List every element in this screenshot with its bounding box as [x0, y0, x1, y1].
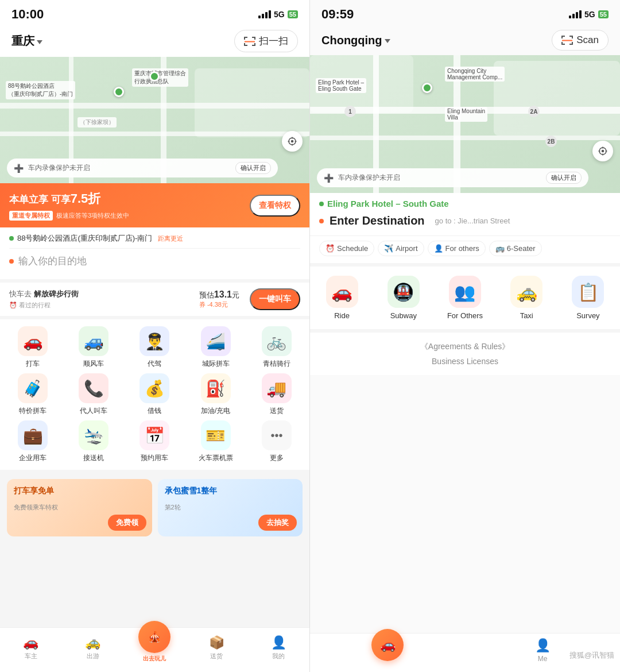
agreements-section: 《Agreements & Rules》 Business Licenses	[310, 329, 620, 375]
scan-button-left[interactable]: 扫一扫	[234, 30, 298, 52]
service-bike[interactable]: 🚲 青桔骑行	[249, 326, 305, 369]
map-left: 88号鹅岭公园酒店（重庆印制贰厂店）-南门 重庆市城市管理综合行政执法总队 （下…	[0, 57, 309, 183]
service-subway[interactable]: 🚇 Subway	[376, 276, 431, 320]
left-phone: 10:00 5G 55 重庆	[0, 0, 310, 672]
svg-rect-22	[569, 44, 573, 45]
service-airport[interactable]: 🛬 接送机	[65, 420, 122, 463]
center-nav-btn[interactable]: 🎪	[138, 621, 170, 653]
nav-item-center[interactable]: 🎪 出去玩儿	[124, 632, 186, 663]
subway-icon: 🚇	[388, 276, 420, 308]
location-btn-left[interactable]	[282, 131, 303, 152]
bottom-nav-left: 🚗 车主 🚕 出游 🎪 出去玩儿 📦 送货 👤 我的	[0, 627, 309, 672]
destination-input-left[interactable]: 输入你的目的地	[9, 248, 300, 273]
map-right: 1 2A 2B Eling Park Hotel –Eling South Ga…	[310, 55, 620, 193]
discount-cta-btn[interactable]: 查看特权	[250, 195, 300, 217]
six-seater-option[interactable]: 🚌 6-Seater	[489, 241, 542, 256]
for-others-option[interactable]: 👤 For others	[428, 241, 486, 256]
city-selector-left[interactable]: 重庆	[11, 33, 42, 49]
scan-label-left: 扫一扫	[259, 34, 288, 48]
bike-icon: 🚲	[262, 326, 292, 356]
service-for-others[interactable]: 👥 For Others	[437, 276, 492, 320]
service-more[interactable]: ••• 更多	[249, 420, 305, 463]
service-rideshare[interactable]: 🚙 顺风车	[65, 326, 122, 369]
promo-btn-free[interactable]: 免费领	[108, 515, 146, 531]
svg-rect-18	[572, 36, 573, 38]
quick-options: ⏰ Schedule ✈️ Airport 👤 For others 🚌 6-S…	[310, 235, 620, 263]
scan-icon	[244, 37, 255, 46]
business-license[interactable]: Business Licenses	[319, 357, 611, 366]
header-right: Chongqing Scan	[310, 25, 620, 55]
ride-label: Ride	[334, 311, 350, 320]
nav-item-travel[interactable]: 🚕 出游	[62, 635, 124, 661]
camera-confirm-btn[interactable]: 确认开启	[235, 162, 271, 174]
location-btn-right[interactable]	[592, 141, 613, 161]
driver-label: 代驾	[148, 359, 161, 369]
driver-icon: 👨‍✈️	[140, 326, 169, 356]
nav-item-profile[interactable]: 👤 我的	[247, 635, 309, 661]
service-grid-left: 🚗 打车 🚙 顺风车 👨‍✈️ 代驾 🚄 城际拼车 🚲 青桔骑行 🧳 特	[0, 316, 309, 470]
destination-placeholder-right: Enter Destination	[330, 214, 425, 227]
travel-nav-icon: 🚕	[85, 635, 100, 650]
taxi-en-icon: 🚕	[510, 276, 542, 308]
driver-nav-icon: 🚗	[23, 635, 38, 650]
schedule-label: Schedule	[337, 244, 368, 253]
center-nav-btn-right[interactable]: 🚗	[371, 629, 404, 661]
service-survey[interactable]: 📋 Survey	[561, 276, 615, 320]
one-key-call-btn[interactable]: 一键叫车	[250, 288, 300, 310]
airport-label: 接送机	[83, 453, 104, 463]
delivery-nav-icon: 📦	[209, 635, 224, 650]
budget-icon: 🧳	[18, 373, 48, 403]
airport-option[interactable]: ✈️ Airport	[378, 241, 424, 256]
nav-item-driver[interactable]: 🚗 车主	[0, 635, 62, 661]
nav-item-delivery[interactable]: 📦 送货	[185, 635, 247, 661]
service-budget[interactable]: 🧳 特价拼车	[5, 373, 61, 416]
for-others-service-icon: 👥	[449, 276, 481, 308]
road-marker-1: 1	[344, 106, 356, 117]
current-location-text: 88号鹅岭公园酒店(重庆印制贰厂店)-南门	[17, 233, 152, 244]
service-loan[interactable]: 💰 借钱	[126, 373, 183, 416]
svg-rect-3	[254, 37, 255, 40]
nav-item-me[interactable]: 👤 Me	[465, 638, 620, 663]
current-location-en-wrapper: Eling Park Hotel – South Gate	[310, 193, 620, 208]
service-scheduled[interactable]: 📅 预约用车	[126, 420, 183, 463]
proxy-call-icon: 📞	[79, 373, 108, 403]
schedule-option[interactable]: ⏰ Schedule	[319, 241, 374, 256]
time-right: 09:59	[321, 7, 354, 22]
promo-title-free: 打车享免单	[7, 479, 152, 503]
city-selector-right[interactable]: Chongqing	[321, 34, 390, 47]
promo-title-lucky: 承包蜜雪1整年	[158, 479, 303, 503]
promo-card-free[interactable]: 打车享免单 免费领乘车特权 免费领	[7, 479, 152, 536]
location-icon	[287, 136, 297, 146]
service-fuel[interactable]: ⛽ 加油/充电	[188, 373, 244, 416]
more-icon: •••	[262, 420, 292, 450]
service-delivery[interactable]: 🚚 送货	[249, 373, 305, 416]
budget-label: 特价拼车	[19, 406, 46, 416]
tickets-icon: 🎫	[201, 420, 231, 450]
promo-card-lucky[interactable]: 承包蜜雪1整年 第2轮 去抽奖	[158, 479, 303, 536]
quick-go-dest: 解放碑步行街	[34, 289, 79, 298]
didi-logo-icon: 🚗	[380, 638, 396, 652]
service-ride[interactable]: 🚗 Ride	[315, 276, 369, 320]
map-label-villa-en: Eling MountainVilla	[445, 107, 487, 122]
service-tickets[interactable]: 🎫 火车票机票	[188, 420, 244, 463]
service-taxi-en[interactable]: 🚕 Taxi	[499, 276, 554, 320]
agreements-link[interactable]: 《Agreements & Rules》	[319, 342, 611, 352]
camera-confirm-btn-right[interactable]: 确认开启	[546, 172, 582, 184]
service-intercity[interactable]: 🚄 城际拼车	[188, 326, 244, 369]
svg-rect-20	[561, 44, 565, 45]
subway-label: Subway	[390, 311, 417, 320]
scheduled-icon: 📅	[140, 420, 169, 450]
proxy-call-label: 代人叫车	[80, 406, 107, 416]
service-proxy-call[interactable]: 📞 代人叫车	[65, 373, 122, 416]
promo-btn-lucky[interactable]: 去抽奖	[258, 515, 297, 531]
service-driver[interactable]: 👨‍✈️ 代驾	[126, 326, 183, 369]
quick-go-discount: 券 -4.38元	[199, 300, 239, 309]
scan-button-right[interactable]: Scan	[552, 30, 609, 51]
destination-input-right[interactable]: Enter Destination go to : Jie...trian St…	[310, 208, 620, 235]
quick-go-history: ⏰ 看过的行程	[9, 301, 79, 310]
current-location-en: Eling Park Hotel – South Gate	[319, 199, 611, 208]
service-enterprise[interactable]: 💼 企业用车	[5, 420, 61, 463]
service-grid-right: 🚗 Ride 🚇 Subway 👥 For Others 🚕 Taxi 📋 Su…	[310, 263, 620, 329]
rideshare-label: 顺风车	[83, 359, 104, 369]
service-taxi[interactable]: 🚗 打车	[5, 326, 61, 369]
